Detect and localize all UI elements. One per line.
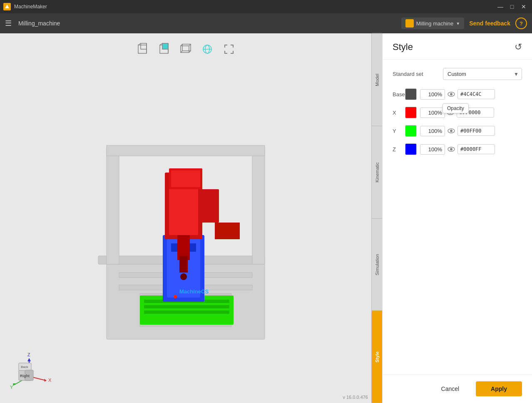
svg-text:MachineCS: MachineCS [179, 288, 209, 295]
svg-rect-22 [107, 148, 119, 264]
svg-marker-46 [44, 379, 47, 382]
x-visibility-button[interactable] [447, 110, 454, 115]
eye-icon [447, 92, 455, 97]
menubar-left: ☰ Milling_machine [5, 19, 60, 28]
svg-point-42 [174, 295, 177, 298]
z-opacity-input[interactable] [420, 144, 445, 155]
machine-selector[interactable]: Milling machine ▼ [401, 18, 465, 29]
x-opacity-input[interactable] [420, 108, 445, 118]
tab-simulation[interactable]: Simulation [372, 218, 382, 311]
standard-set-select[interactable]: Custom Default High Contrast [443, 68, 522, 80]
x-label: X [393, 110, 405, 116]
svg-text:Back: Back [21, 365, 29, 369]
svg-point-58 [450, 93, 452, 95]
titlebar-left: MachineMaker [3, 3, 47, 10]
apply-button[interactable]: Apply [476, 381, 522, 396]
base-hex-input[interactable] [457, 89, 495, 99]
view-front-button[interactable] [133, 40, 152, 58]
y-opacity-input[interactable] [420, 126, 445, 136]
panel-header: Style ↺ [383, 33, 532, 60]
svg-point-64 [450, 148, 452, 150]
fit-icon [221, 42, 236, 57]
document-title: Milling_machine [18, 20, 60, 27]
orbit-icon [200, 42, 215, 57]
tab-model[interactable]: Model [372, 33, 382, 126]
color-row-x: X Opacity [393, 107, 522, 118]
view-cube-icon [135, 42, 150, 57]
x-color-swatch[interactable] [405, 107, 417, 118]
close-button[interactable]: ✕ [519, 2, 529, 12]
svg-rect-30 [144, 310, 229, 314]
base-opacity-input[interactable] [420, 89, 445, 100]
svg-text:X: X [48, 378, 52, 383]
wireframe-icon [178, 42, 193, 57]
maximize-button[interactable]: □ [507, 2, 517, 12]
color-row-z: Z [393, 143, 522, 155]
view-toolbar [133, 40, 238, 58]
feedback-button[interactable]: Send feedback [469, 20, 510, 27]
z-color-swatch[interactable] [405, 143, 417, 155]
svg-point-36 [180, 273, 187, 280]
y-hex-input[interactable] [457, 126, 495, 136]
base-visibility-button[interactable] [447, 92, 455, 97]
x-hex-input[interactable] [457, 108, 494, 118]
svg-text:Z: Z [27, 352, 30, 357]
panel-footer: Cancel Apply [383, 374, 532, 403]
y-color-swatch[interactable] [405, 125, 417, 137]
menubar: ☰ Milling_machine Milling machine ▼ Send… [0, 13, 532, 33]
y-visibility-button[interactable] [447, 128, 455, 133]
style-panel: Style ↺ Standard set Custom Default High… [382, 33, 532, 403]
svg-marker-0 [5, 5, 9, 8]
color-row-y: Y [393, 125, 522, 137]
svg-rect-40 [215, 223, 240, 239]
main-content: MachineCS X Z Y [0, 33, 532, 403]
reset-button[interactable]: ↺ [515, 42, 522, 53]
machine-name: Milling machine [416, 20, 454, 27]
view-orbit-button[interactable] [198, 40, 216, 58]
view-fit-button[interactable] [220, 40, 238, 58]
side-tabs: Model Kinematic Simulation Style [371, 33, 382, 403]
z-hex-input[interactable] [457, 144, 495, 154]
eye-icon [447, 128, 455, 133]
standard-set-select-wrapper: Custom Default High Contrast ▼ [443, 68, 522, 80]
dropdown-arrow-icon: ▼ [456, 21, 460, 26]
tab-kinematic[interactable]: Kinematic [372, 126, 382, 218]
svg-rect-39 [198, 189, 219, 223]
app-logo [3, 3, 11, 10]
machine-3d-view: MachineCS [0, 58, 371, 403]
app-name: MachineMaker [14, 4, 47, 10]
panel-content: Standard set Custom Default High Contras… [383, 60, 532, 374]
svg-point-60 [449, 111, 452, 114]
panel-title: Style [393, 42, 413, 53]
svg-point-62 [450, 130, 452, 132]
svg-text:Right: Right [20, 374, 30, 378]
z-label: Z [393, 146, 405, 153]
svg-rect-24 [107, 145, 265, 156]
svg-marker-47 [27, 358, 31, 361]
svg-rect-23 [252, 148, 265, 264]
viewport[interactable]: MachineCS X Z Y [0, 33, 371, 403]
minimize-button[interactable]: — [495, 2, 505, 12]
y-label: Y [393, 128, 405, 134]
eye-icon [447, 110, 454, 115]
cancel-button[interactable]: Cancel [430, 381, 471, 396]
svg-rect-29 [144, 305, 229, 308]
hamburger-menu[interactable]: ☰ [5, 19, 12, 28]
svg-rect-38 [171, 170, 200, 187]
view-wireframe-button[interactable] [177, 40, 195, 58]
version-label: v 16.0.0.476 [343, 395, 368, 400]
view-back-button[interactable] [155, 40, 173, 58]
svg-rect-2 [141, 43, 147, 49]
help-button[interactable]: ? [515, 18, 527, 29]
axes-svg: X Z Y Right Back [8, 347, 54, 393]
z-visibility-button[interactable] [447, 147, 455, 152]
eye-icon [447, 147, 455, 152]
standard-set-label: Standard set [393, 71, 443, 77]
base-label: Base [393, 91, 405, 98]
base-color-swatch[interactable] [405, 88, 417, 100]
window-controls: — □ ✕ [495, 2, 529, 12]
tab-style[interactable]: Style [372, 310, 382, 403]
machine-svg: MachineCS [57, 106, 315, 356]
svg-rect-7 [162, 43, 168, 49]
titlebar: MachineMaker — □ ✕ [0, 0, 532, 13]
